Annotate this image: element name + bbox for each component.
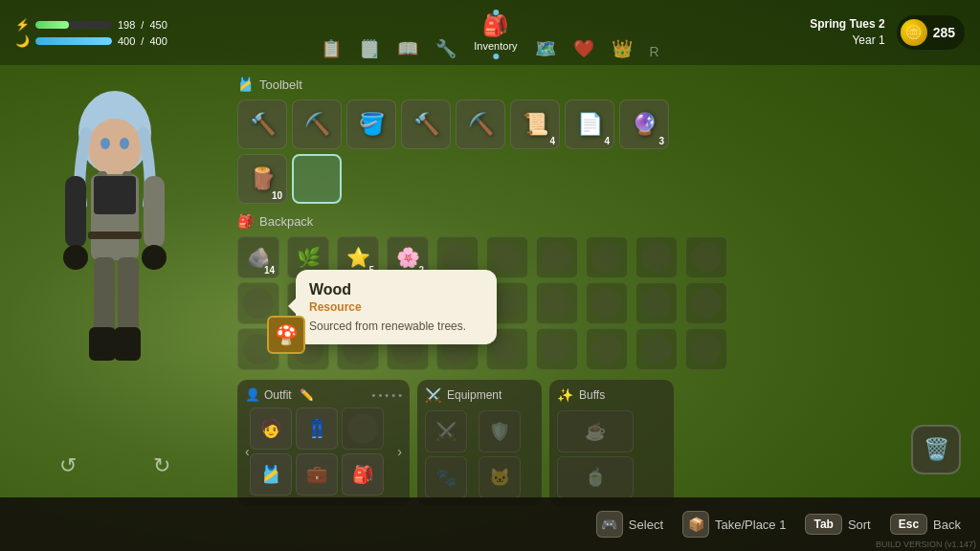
bottom-sections: 👤 Outfit ✏️ • • • • • ‹ 🧑 👖 [237,380,706,506]
outfit-item-3: 🎽 [260,464,281,485]
svg-rect-14 [144,176,165,248]
nav-tools[interactable]: 🔧 [435,38,457,59]
health-bar: ⚡ 198/450 [15,18,167,32]
tool-count-5: 4 [549,136,555,146]
trash-button[interactable]: 🗑️ [911,425,961,474]
outfit-slot-2[interactable] [342,408,384,450]
tool-count-7: 3 [658,136,664,146]
energy-bar: 🌙 400/400 [15,34,167,48]
nav-book[interactable]: 📖 [397,38,418,59]
health-max: 450 [149,19,167,31]
equipment-section: ⚔️ Equipment ⚔️ 🛡️ 🐾 🐱 [417,380,542,506]
outfit-slot-1[interactable]: 👖 [296,408,338,450]
svg-point-15 [63,245,88,270]
tooltip-desc: Sourced from renewable trees. [309,320,483,333]
buff-slot-0[interactable]: ☕ [557,410,634,452]
date-line: Spring Tues 2 [810,16,884,33]
hint-sort: Tab Sort [805,514,870,535]
toolbelt-slot-4[interactable]: ⛏️ [456,99,505,149]
bp-item-2: ⭐ [346,246,370,269]
svg-rect-13 [65,176,86,248]
build-version: BUILD VERSION (v1.147) [876,540,976,549]
toolbelt-slot-0[interactable]: 🔨 [237,99,287,149]
gold-badge: 🪙 285 [897,15,965,50]
bp-slot-27[interactable] [586,328,628,370]
toolbelt-slot-7[interactable]: 🔮 3 [619,99,669,149]
outfit-next-button[interactable]: › [397,444,402,459]
outfit-item-4: 💼 [306,464,327,485]
year-line: Year 1 [810,33,884,49]
bp-slot-16[interactable] [536,282,578,324]
toolbelt-slot-3[interactable]: 🔨 [401,99,451,149]
equip-slot-1[interactable]: 🛡️ [479,410,521,452]
nav-map[interactable]: 🗺️ [535,38,556,59]
key-select-icon: 🎮 [596,511,623,538]
buffs-icon: ✨ [557,387,573,403]
buffs-header: ✨ Buffs [557,387,666,403]
outfit-slot-4[interactable]: 💼 [296,453,338,496]
equip-slot-3[interactable]: 🐱 [479,456,521,498]
bp-slot-28[interactable] [635,328,678,370]
outfit-slot-5[interactable]: 🎒 [342,453,384,496]
toolbelt-slot-9[interactable] [292,154,342,204]
toolbelt-section: 🎽 Toolbelt 🔨 ⛏️ 🪣 🔨 ⛏️ 📜 4 [237,77,706,204]
svg-point-3 [120,138,129,149]
tooltip-item-icon: 🍄 [267,316,305,354]
toolbelt-header: 🎽 Toolbelt [237,77,706,92]
bp-slot-17[interactable] [586,282,628,324]
toolbelt-slot-8[interactable]: 🪵 10 Wood Resource Sourced from renewabl… [237,154,287,204]
bp-slot-29[interactable] [685,328,727,370]
bp-item-3: 🌸 [396,246,420,269]
svg-point-1 [88,119,142,176]
bp-slot-26[interactable] [536,328,578,370]
hint-takeplace-label: Take/Place 1 [715,518,786,532]
energy-value: 400 [118,35,135,47]
health-icon: ⚡ [15,18,30,32]
buff-slot-1[interactable]: 🍵 [557,456,634,498]
equip-slot-0[interactable]: ⚔️ [425,410,467,452]
hint-takeplace: 📦 Take/Place 1 [682,511,786,538]
svg-rect-7 [94,176,136,214]
undo-buttons: ↺ ↻ [59,453,170,478]
toolbelt-slot-1[interactable]: ⛏️ [292,99,342,149]
key-tab: Tab [805,514,841,535]
toolbelt-slot-2[interactable]: 🪣 [346,99,396,149]
date-info: Spring Tues 2 Year 1 [810,16,884,49]
outfit-slot-0[interactable]: 🧑 [250,408,292,450]
nav-crown[interactable]: 👑 [612,38,633,59]
svg-rect-10 [118,257,139,334]
nav-heart[interactable]: ❤️ [573,38,594,59]
energy-max: 400 [149,35,167,47]
bp-slot-7[interactable] [586,236,628,278]
toolbelt-slot-6[interactable]: 📄 4 [565,99,614,149]
buffs-section: ✨ Buffs ☕ 🍵 [549,380,674,506]
tool-item-2: 🪣 [359,112,385,137]
nav-r[interactable]: R [650,44,659,59]
tooltip-title: Wood [309,281,483,298]
bp-slot-8[interactable] [635,236,678,278]
nav-inventory[interactable]: 🎒 Inventory [474,13,517,59]
bp-slot-6[interactable] [536,236,578,278]
nav-quest[interactable]: 📋 [321,38,342,59]
undo-left-button[interactable]: ↺ [59,453,77,478]
hint-back-label: Back [933,518,961,532]
backpack-header: 🎒 Backpack [237,213,706,229]
bp-slot-18[interactable] [635,282,678,324]
nav-notes[interactable]: 🗒️ [359,38,380,59]
character-area: ↺ ↻ [0,65,230,494]
outfit-grid: 🧑 👖 🎽 💼 🎒 [250,408,398,496]
outfit-item-1: 👖 [306,418,327,439]
bp-slot-19[interactable] [685,282,727,324]
inventory-panel: 🎽 Toolbelt 🔨 ⛏️ 🪣 🔨 ⛏️ 📜 4 [237,77,706,506]
toolbelt-slot-5[interactable]: 📜 4 [510,99,560,149]
equipment-label: Equipment [447,388,501,402]
outfit-slot-3[interactable]: 🎽 [250,453,292,496]
bp-slot-0[interactable]: 🪨 14 [237,236,279,278]
bp-slot-9[interactable] [685,236,727,278]
bottom-bar: 🎮 Select 📦 Take/Place 1 Tab Sort Esc Bac… [0,497,980,551]
tool-item-3: 🔨 [413,112,439,137]
equip-slot-2[interactable]: 🐾 [425,456,467,498]
edit-icon[interactable]: ✏️ [300,388,314,402]
outfit-item-5: 🎒 [352,464,373,485]
undo-right-button[interactable]: ↻ [153,453,170,478]
